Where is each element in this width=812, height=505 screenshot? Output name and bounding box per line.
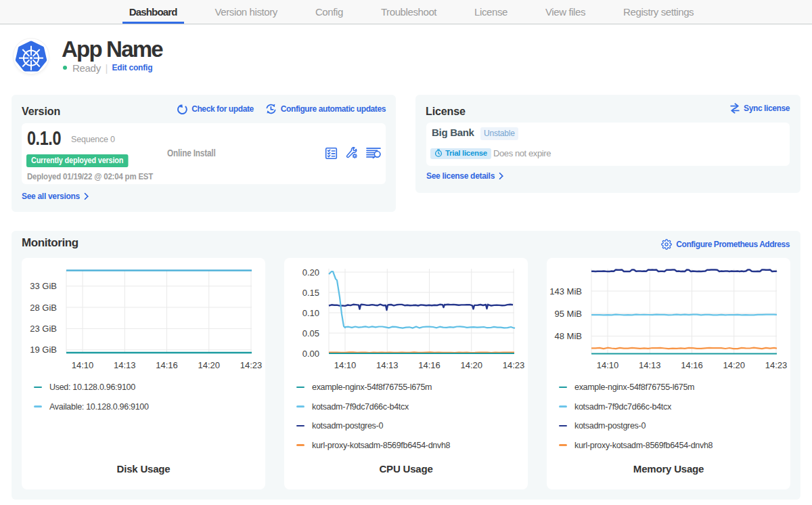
svg-text:48 MiB: 48 MiB <box>555 331 582 341</box>
svg-text:14:20: 14:20 <box>723 360 745 370</box>
svg-text:143 MiB: 143 MiB <box>549 286 582 297</box>
svg-text:0.10: 0.10 <box>302 308 319 318</box>
svg-text:0.00: 0.00 <box>302 349 319 359</box>
svg-text:95 MiB: 95 MiB <box>555 309 582 319</box>
svg-text:23 GiB: 23 GiB <box>30 324 57 334</box>
svg-text:0.15: 0.15 <box>302 288 319 298</box>
svg-text:14:20: 14:20 <box>198 360 220 370</box>
svg-text:33 GiB: 33 GiB <box>30 281 57 291</box>
svg-text:14:10: 14:10 <box>597 360 619 370</box>
svg-text:14:10: 14:10 <box>72 360 94 370</box>
svg-text:14:16: 14:16 <box>681 360 703 370</box>
svg-text:14:16: 14:16 <box>418 360 441 370</box>
svg-text:14:23: 14:23 <box>765 360 788 370</box>
svg-text:0.05: 0.05 <box>302 328 319 338</box>
svg-text:14:10: 14:10 <box>334 360 357 370</box>
svg-text:19 GiB: 19 GiB <box>30 345 57 355</box>
svg-text:14:16: 14:16 <box>156 360 178 370</box>
svg-text:14:23: 14:23 <box>503 360 525 370</box>
svg-text:14:13: 14:13 <box>639 360 661 370</box>
svg-text:14:13: 14:13 <box>376 360 399 370</box>
svg-text:14:20: 14:20 <box>460 360 482 370</box>
svg-text:28 GiB: 28 GiB <box>30 303 57 313</box>
svg-text:14:23: 14:23 <box>240 360 263 370</box>
svg-text:0.20: 0.20 <box>302 267 319 278</box>
svg-text:14:13: 14:13 <box>114 360 136 370</box>
